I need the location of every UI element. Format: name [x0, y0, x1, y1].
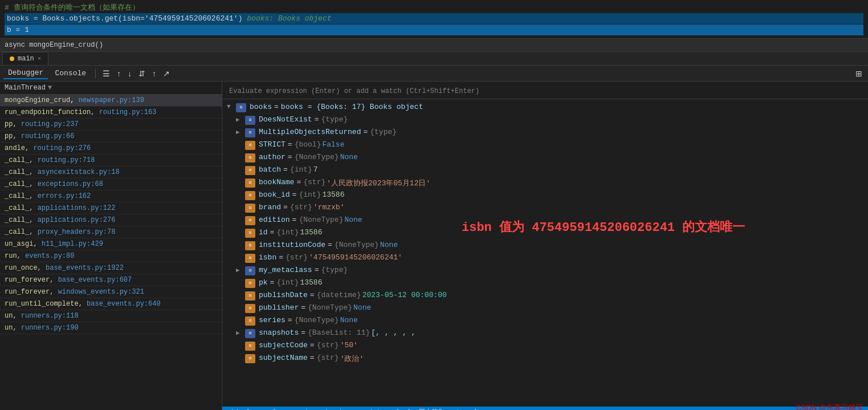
frame-comma: ,: [13, 120, 21, 128]
stack-frame-14[interactable]: run_once, base_events.py:1922: [0, 262, 222, 274]
step-out-btn[interactable]: ⇵: [136, 68, 148, 79]
var-eq-series: =: [288, 316, 292, 324]
frame-file: routing.py:66: [21, 132, 75, 140]
type-icon-publishDate: ≡: [245, 291, 255, 301]
var-name-bookName: bookName: [259, 178, 294, 186]
var-row-publishDate[interactable]: ≡ publishDate = {datetime} 2023-05-12 00…: [222, 290, 868, 302]
frame-func: _call_: [5, 168, 29, 176]
var-name-book_id: book_id: [259, 190, 290, 199]
stack-frame-11[interactable]: _call_, proxy_headers.py:78: [0, 226, 222, 238]
stack-frame-8[interactable]: _call_, errors.py:162: [0, 190, 222, 202]
var-row-brand[interactable]: ≡ brand = {str} 'rmzxb': [222, 202, 868, 214]
var-row-publisher[interactable]: ≡ publisher = {NoneType} None: [222, 302, 868, 315]
frame-comma: ,: [29, 192, 37, 200]
var-row-pk[interactable]: ≡ pk = {int} 13586: [222, 277, 868, 290]
var-row-isbn[interactable]: ≡ isbn = {str} '4754959145206026241': [222, 252, 868, 265]
eval-bar[interactable]: Evaluate expression (Enter) or add a wat…: [222, 84, 868, 99]
step-into-btn[interactable]: ↓: [125, 68, 134, 79]
run-to-cursor-btn[interactable]: ↑: [150, 68, 158, 79]
var-eq-subjectCode: =: [310, 341, 315, 350]
var-row-my_metaclass[interactable]: ▶ ≡ my_metaclass = {type}: [222, 265, 868, 277]
tab-close[interactable]: ×: [38, 55, 42, 62]
stack-frame-19[interactable]: un, runners.py:190: [0, 322, 222, 334]
stack-frames-panel: MainThread ▼ mongoEngine_crud, newspaper…: [0, 82, 222, 410]
stack-frame-3[interactable]: pp, routing.py:66: [0, 131, 222, 143]
var-val-id: 13586: [300, 228, 322, 237]
var-type-institutionCode: {NoneType}: [335, 241, 379, 249]
smart-step-btn[interactable]: ↗: [161, 68, 172, 79]
frame-file: errors.py:162: [38, 192, 91, 200]
frame-comma: ,: [79, 300, 87, 308]
stack-frame-15[interactable]: run_forever, base_events.py:607: [0, 274, 222, 286]
frame-func: _call_: [5, 192, 29, 200]
top-code-area: # 查询符合条件的唯一文档（如果存在） books = Books.object…: [0, 0, 868, 39]
frame-func: andle: [5, 144, 25, 152]
var-row-author[interactable]: ≡ author = {NoneType} None: [222, 152, 868, 164]
type-icon-edition: ≡: [245, 216, 255, 225]
var-name-subjectCode: subjectCode: [259, 341, 308, 350]
type-icon-id: ≡: [245, 229, 255, 238]
stack-frame-1[interactable]: run_endpoint_function, routing.py:163: [0, 107, 222, 119]
var-row-bookName[interactable]: ≡ bookName = {str} '人民政协报2023年05月12日': [222, 177, 868, 189]
stack-frame-13[interactable]: run, events.py:80: [0, 250, 222, 262]
var-row-MultipleObjectsReturned[interactable]: ▶ ≡ MultipleObjectsReturned = {type}: [222, 127, 868, 139]
frame-func: run_endpoint_function: [5, 108, 91, 116]
type-icon-MultipleObjectsReturned: ≡: [245, 128, 255, 137]
frame-func: _call_: [5, 180, 29, 188]
var-row-institutionCode[interactable]: ≡ institutionCode = {NoneType} None: [222, 239, 868, 252]
type-icon-my_metaclass: ≡: [245, 266, 255, 275]
stack-frame-2[interactable]: pp, routing.py:237: [0, 119, 222, 131]
var-name-my_metaclass: my_metaclass: [259, 266, 312, 274]
var-name-subjectName: subjectName: [259, 354, 308, 362]
frame-file: runners.py:190: [21, 324, 79, 332]
var-type-MultipleObjectsReturned: {type}: [370, 128, 397, 136]
stack-frame-7[interactable]: _call_, exceptions.py:68: [0, 178, 222, 190]
var-eq-DoesNotExist: =: [315, 115, 319, 124]
var-row-book_id[interactable]: ≡ book_id = {int} 13586: [222, 189, 868, 202]
tab-label: main: [18, 55, 34, 63]
stack-frame-list: mongoEngine_crud, newspaper.py:139run_en…: [0, 95, 222, 334]
var-val-institutionCode: None: [380, 241, 398, 249]
stack-frame-12[interactable]: un_asgi, h11_impl.py:429: [0, 238, 222, 250]
var-name-MultipleObjectsReturned: MultipleObjectsReturned: [259, 128, 361, 136]
thread-selector[interactable]: MainThread ▼: [0, 82, 222, 95]
var-val-subjectName: '政治': [340, 354, 364, 364]
frame-func: run_until_complete: [5, 300, 79, 308]
frame-file: applications.py:276: [38, 216, 116, 224]
debugger-tab[interactable]: Debugger: [3, 67, 48, 79]
var-val-snapshots: [, , , , ,: [371, 328, 415, 337]
var-name-publishDate: publishDate: [259, 291, 308, 299]
stack-frame-9[interactable]: _call_, applications.py:122: [0, 202, 222, 214]
books-root-row[interactable]: ▼ ≡ books = books = {Books: 17} Books ob…: [222, 102, 868, 114]
var-row-subjectName[interactable]: ≡ subjectName = {str} '政治': [222, 352, 868, 365]
var-row-subjectCode[interactable]: ≡ subjectCode = {str} '50': [222, 340, 868, 352]
var-row-batch[interactable]: ≡ batch = {int} 7: [222, 164, 868, 177]
grid-btn[interactable]: ⊞: [853, 68, 865, 79]
stack-frame-6[interactable]: _call_, asyncexitstack.py:18: [0, 167, 222, 178]
frame-list-btn[interactable]: ☰: [100, 68, 112, 79]
main-tab[interactable]: main ×: [2, 52, 48, 65]
books-var-value: books = {Books: 17} Books object: [281, 103, 423, 111]
console-tab[interactable]: Console: [50, 68, 91, 79]
thread-dropdown-arrow[interactable]: ▼: [48, 84, 52, 92]
frame-func: pp: [5, 132, 13, 140]
var-row-snapshots[interactable]: ▶ ≡ snapshots = {BaseList: 11} [, , , , …: [222, 327, 868, 340]
stack-frame-10[interactable]: _call_, applications.py:276: [0, 214, 222, 226]
var-val-batch: 7: [313, 165, 318, 174]
step-over-btn[interactable]: ↑: [115, 68, 123, 79]
type-icon-pk: ≡: [245, 279, 255, 288]
var-row-DoesNotExist[interactable]: ▶ ≡ DoesNotExist = {type}: [222, 114, 868, 127]
stack-frame-4[interactable]: andle, routing.py:276: [0, 143, 222, 155]
var-row-series[interactable]: ≡ series = {NoneType} None: [222, 315, 868, 327]
var-val-subjectCode: '50': [340, 341, 358, 350]
var-name-institutionCode: institutionCode: [259, 241, 325, 249]
var-type-brand: {str}: [290, 203, 312, 212]
stack-frame-5[interactable]: _call_, routing.py:718: [0, 155, 222, 167]
var-name-publisher: publisher: [259, 303, 299, 312]
stack-frame-0[interactable]: mongoEngine_crud, newspaper.py:139: [0, 95, 222, 107]
frame-comma: ,: [91, 108, 99, 116]
stack-frame-17[interactable]: run_until_complete, base_events.py:640: [0, 298, 222, 310]
var-row-STRICT[interactable]: ≡ STRICT = {bool} False: [222, 139, 868, 152]
stack-frame-16[interactable]: run_forever, windows_events.py:321: [0, 286, 222, 298]
stack-frame-18[interactable]: un, runners.py:118: [0, 310, 222, 322]
